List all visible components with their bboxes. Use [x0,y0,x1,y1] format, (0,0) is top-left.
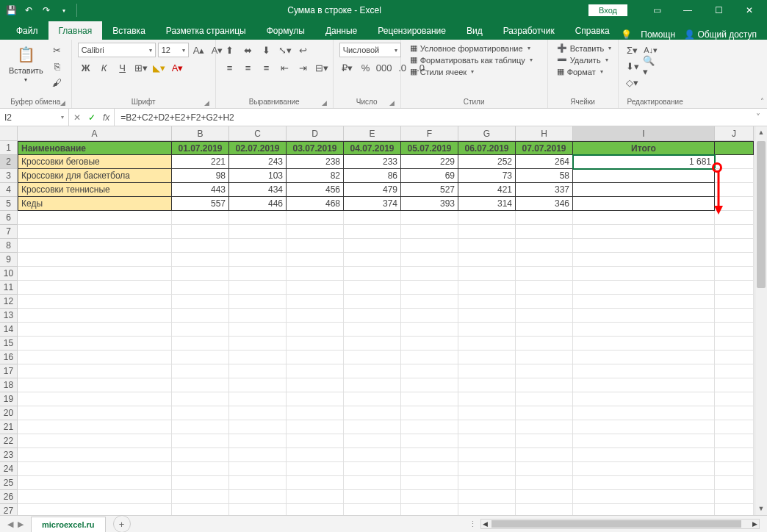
cell[interactable] [18,392,172,406]
cell[interactable] [573,225,715,239]
launcher-icon[interactable]: ◢ [204,99,209,107]
cell[interactable] [229,253,287,267]
tab-главная[interactable]: Главная [48,21,103,40]
cell[interactable] [229,420,287,434]
row-header[interactable]: 3 [0,169,18,183]
cell[interactable] [18,253,172,267]
cell[interactable] [458,267,516,281]
qat-customize-icon[interactable]: ▾ [56,2,72,18]
insert-cells-button[interactable]: ➕Вставить▾ [554,43,615,54]
increase-font-icon[interactable]: A▴ [191,43,207,57]
cell[interactable] [18,351,172,364]
cell[interactable] [287,504,344,515]
row-header[interactable]: 12 [0,295,18,309]
cell[interactable] [516,392,573,406]
cell[interactable] [715,406,754,420]
cell[interactable] [172,295,229,309]
cell[interactable] [573,295,715,309]
cell[interactable] [229,490,287,504]
cell[interactable] [401,490,458,504]
save-icon[interactable]: 💾 [3,2,19,18]
cell[interactable]: 346 [516,197,573,211]
cell[interactable] [229,239,287,253]
row-header[interactable]: 23 [0,448,18,462]
row-header[interactable]: 19 [0,392,18,406]
cell[interactable]: 221 [172,155,229,169]
cell[interactable] [573,448,715,462]
decrease-indent-icon[interactable]: ⇤ [277,60,293,75]
bold-button[interactable]: Ж [78,60,94,75]
cell[interactable] [715,155,754,169]
cell[interactable] [287,267,344,281]
autosum-icon[interactable]: Σ▾ [624,43,641,57]
fill-color-icon[interactable]: ◣▾ [151,60,168,75]
row-header[interactable]: 2 [0,155,18,169]
redo-icon[interactable]: ↷ [38,2,54,18]
cell[interactable]: 98 [172,169,229,183]
minimize-icon[interactable]: — [673,0,702,21]
cell[interactable] [516,267,573,281]
cell[interactable] [458,225,516,239]
cell[interactable]: 421 [458,183,516,197]
tell-me-icon[interactable]: 💡 [621,29,632,40]
wrap-text-icon[interactable]: ↩ [295,43,312,57]
cell[interactable] [516,504,573,515]
cell[interactable] [18,504,172,515]
grid[interactable]: Наименование01.07.201902.07.201903.07.20… [18,141,754,515]
cell-styles-button[interactable]: ▦Стили ячеек▾ [407,66,477,77]
cell[interactable]: 02.07.2019 [229,141,287,155]
cell[interactable] [715,434,754,448]
cell[interactable] [229,434,287,448]
cell[interactable]: 69 [401,169,458,183]
cell[interactable] [229,351,287,364]
row-header[interactable]: 27 [0,504,18,515]
scroll-thumb[interactable] [491,520,741,528]
cell[interactable] [229,281,287,295]
col-header-B[interactable]: B [172,126,229,141]
cell[interactable] [287,406,344,420]
cell[interactable]: Кеды [18,197,172,211]
currency-icon[interactable]: ₽▾ [339,60,356,75]
font-size-combo[interactable]: 12▾ [158,43,189,57]
cell[interactable] [715,253,754,267]
row-header[interactable]: 5 [0,197,18,211]
col-header-E[interactable]: E [344,126,401,141]
percent-icon[interactable]: % [358,60,374,75]
row-header[interactable]: 14 [0,323,18,337]
cell[interactable] [344,351,401,364]
cell[interactable] [573,253,715,267]
cell[interactable] [458,504,516,515]
cell[interactable]: 05.07.2019 [401,141,458,155]
cell[interactable] [401,295,458,309]
cell[interactable] [573,267,715,281]
sheet-tab[interactable]: microexcel.ru [31,517,106,532]
cell[interactable] [287,323,344,337]
cell[interactable] [172,364,229,378]
cell[interactable] [715,281,754,295]
cell[interactable]: 468 [287,197,344,211]
cell[interactable] [715,351,754,364]
cell[interactable] [715,323,754,337]
align-top-icon[interactable]: ⬆ [222,43,238,57]
cell[interactable] [344,239,401,253]
cell[interactable] [401,406,458,420]
cell[interactable] [229,295,287,309]
cell[interactable]: 314 [458,197,516,211]
cell[interactable] [344,323,401,337]
launcher-icon[interactable]: ◢ [389,99,395,107]
cell[interactable] [715,141,754,155]
cell[interactable] [516,476,573,490]
align-right-icon[interactable]: ≡ [259,60,275,75]
cell[interactable] [18,462,172,476]
cell[interactable] [287,476,344,490]
merge-icon[interactable]: ⊟▾ [314,60,330,75]
cell[interactable] [172,267,229,281]
cell[interactable] [715,337,754,351]
cell[interactable]: 73 [458,169,516,183]
cell[interactable] [344,378,401,392]
cell[interactable]: 456 [287,183,344,197]
cell[interactable] [573,392,715,406]
cell[interactable]: 243 [229,155,287,169]
cell[interactable] [573,183,715,197]
cell[interactable] [516,211,573,225]
